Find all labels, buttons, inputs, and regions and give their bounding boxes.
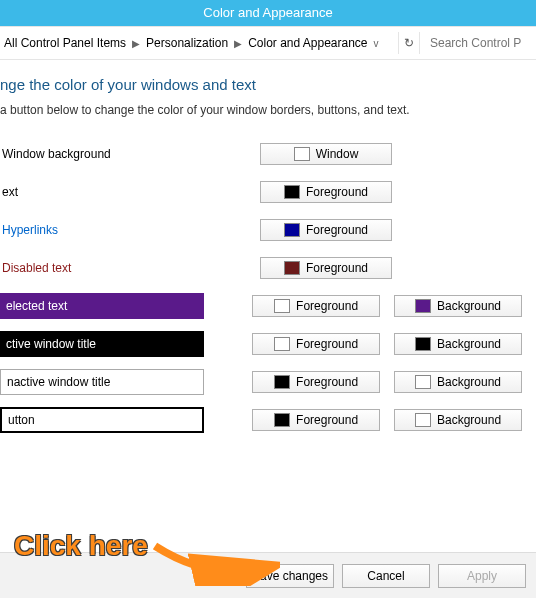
color-button-label: Window: [316, 147, 359, 161]
color-swatch: [274, 375, 290, 389]
color-button-label: Foreground: [306, 185, 368, 199]
row-label: ext: [0, 179, 210, 205]
color-picker-button[interactable]: Foreground: [260, 181, 392, 203]
color-row: HyperlinksForeground: [0, 217, 536, 243]
row-label: nactive window title: [0, 369, 204, 395]
color-picker-button[interactable]: Foreground: [252, 409, 380, 431]
color-swatch: [274, 299, 290, 313]
color-picker-button[interactable]: Foreground: [260, 257, 392, 279]
color-picker-button[interactable]: Background: [394, 409, 522, 431]
color-swatch: [284, 223, 300, 237]
row-label: ctive window title: [0, 331, 204, 357]
color-row: Disabled textForeground: [0, 255, 536, 281]
color-picker-button[interactable]: Background: [394, 371, 522, 393]
color-button-label: Foreground: [296, 413, 358, 427]
color-button-label: Foreground: [306, 223, 368, 237]
save-changes-button[interactable]: Save changes: [246, 564, 334, 588]
color-button-label: Foreground: [306, 261, 368, 275]
color-button-label: Background: [437, 299, 501, 313]
apply-button[interactable]: Apply: [438, 564, 526, 588]
window-titlebar: Color and Appearance: [0, 0, 536, 26]
row-label: elected text: [0, 293, 204, 319]
window-title: Color and Appearance: [203, 5, 332, 20]
chevron-right-icon: ▶: [234, 38, 242, 49]
row-label: utton: [0, 407, 204, 433]
breadcrumb[interactable]: All Control Panel Items ▶ Personalizatio…: [4, 36, 392, 50]
color-swatch: [415, 413, 431, 427]
page-subheading: a button below to change the color of yo…: [0, 103, 536, 117]
breadcrumb-item[interactable]: Color and Appearance: [248, 36, 367, 50]
color-swatch: [284, 261, 300, 275]
color-row: elected textForegroundBackground: [0, 293, 536, 319]
chevron-down-icon[interactable]: v: [368, 38, 385, 49]
color-swatch: [274, 413, 290, 427]
color-picker-button[interactable]: Background: [394, 295, 522, 317]
toolbar: All Control Panel Items ▶ Personalizatio…: [0, 26, 536, 60]
content-area: nge the color of your windows and text a…: [0, 60, 536, 433]
color-swatch: [284, 185, 300, 199]
row-label: Disabled text: [0, 255, 210, 281]
color-row: extForeground: [0, 179, 536, 205]
color-picker-button[interactable]: Foreground: [252, 371, 380, 393]
refresh-icon: ↻: [404, 36, 414, 50]
color-row: ctive window titleForegroundBackground: [0, 331, 536, 357]
row-label: Hyperlinks: [0, 217, 210, 243]
breadcrumb-item[interactable]: All Control Panel Items: [4, 36, 126, 50]
color-button-label: Foreground: [296, 299, 358, 313]
color-button-label: Background: [437, 375, 501, 389]
color-row: nactive window titleForegroundBackground: [0, 369, 536, 395]
color-picker-button[interactable]: Foreground: [252, 295, 380, 317]
search-input[interactable]: [426, 32, 532, 54]
color-swatch: [294, 147, 310, 161]
color-button-label: Foreground: [296, 337, 358, 351]
footer: Save changes Cancel Apply: [0, 552, 536, 598]
color-swatch: [274, 337, 290, 351]
cancel-button[interactable]: Cancel: [342, 564, 430, 588]
color-picker-button[interactable]: Window: [260, 143, 392, 165]
color-swatch: [415, 299, 431, 313]
row-label: Window background: [0, 141, 210, 167]
refresh-button[interactable]: ↻: [398, 32, 420, 54]
color-row: Window backgroundWindow: [0, 141, 536, 167]
color-row: uttonForegroundBackground: [0, 407, 536, 433]
color-picker-button[interactable]: Foreground: [260, 219, 392, 241]
color-picker-button[interactable]: Background: [394, 333, 522, 355]
color-rows: Window backgroundWindowextForegroundHype…: [0, 141, 536, 433]
color-swatch: [415, 375, 431, 389]
color-button-label: Background: [437, 337, 501, 351]
page-heading: nge the color of your windows and text: [0, 76, 536, 93]
color-button-label: Background: [437, 413, 501, 427]
color-picker-button[interactable]: Foreground: [252, 333, 380, 355]
breadcrumb-item[interactable]: Personalization: [146, 36, 228, 50]
chevron-right-icon: ▶: [132, 38, 140, 49]
color-button-label: Foreground: [296, 375, 358, 389]
color-swatch: [415, 337, 431, 351]
